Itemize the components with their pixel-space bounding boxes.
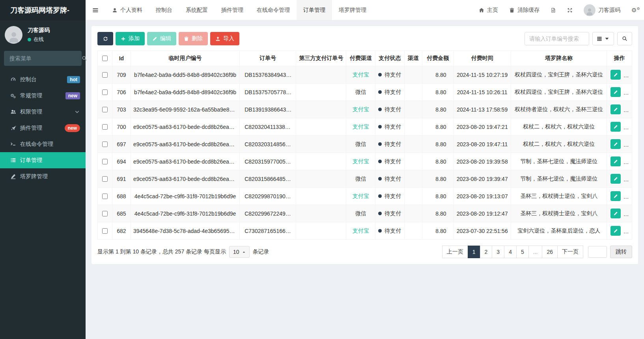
page-button[interactable]: 5 xyxy=(516,246,529,258)
row-select-cell xyxy=(98,205,112,222)
row-edit-button[interactable] xyxy=(610,226,621,236)
row-checkbox[interactable] xyxy=(102,159,108,164)
topbar-nav-item-7[interactable]: 塔罗牌管理 xyxy=(332,0,373,20)
pencil-icon xyxy=(613,211,618,216)
select-all-checkbox[interactable] xyxy=(102,56,108,61)
order-id-cell: 685 xyxy=(112,205,131,222)
row-checkbox[interactable] xyxy=(102,176,108,182)
row-edit-button[interactable] xyxy=(610,87,621,97)
row-edit-button[interactable] xyxy=(610,191,621,201)
pay-status-label: 待支付 xyxy=(385,71,401,78)
online-dot-icon xyxy=(28,38,31,41)
channel-cell xyxy=(404,66,422,84)
row-checkbox[interactable] xyxy=(102,72,108,78)
sidebar-item-7[interactable]: 塔罗牌管理 xyxy=(0,168,86,184)
trash-icon xyxy=(509,7,515,13)
row-checkbox[interactable] xyxy=(102,211,108,216)
row-checkbox[interactable] xyxy=(102,228,108,234)
sidebar-search-input[interactable] xyxy=(9,55,82,62)
page-button[interactable]: 26 xyxy=(542,246,558,258)
topbar-nav-item-1[interactable]: 个人资料 xyxy=(105,0,149,20)
search-icon[interactable] xyxy=(82,56,87,61)
row-edit-button[interactable] xyxy=(610,156,621,166)
pay-time-cell: 2024-11-15 10:26:11 xyxy=(454,84,511,101)
sidebar-item-5[interactable]: 在线命令管理 xyxy=(0,136,86,152)
user-no-cell: e9ce0575-aa63-6170-bede-dcd8b26eaaca xyxy=(131,153,239,170)
search-button[interactable] xyxy=(617,32,632,45)
topbar-nav-item-6[interactable]: 订单管理 xyxy=(297,0,332,20)
topbar-nav-item-2[interactable]: 控制台 xyxy=(149,0,179,20)
actions-cell xyxy=(607,205,632,222)
row-edit-button[interactable] xyxy=(610,70,621,80)
row-edit-button[interactable] xyxy=(610,122,621,132)
refresh-icon xyxy=(103,36,108,41)
pay-status-label: 待支付 xyxy=(385,158,401,164)
language-button[interactable] xyxy=(545,0,562,20)
order-id-cell: 694 xyxy=(112,153,131,170)
edit-button[interactable]: 编辑 xyxy=(147,32,176,45)
row-checkbox[interactable] xyxy=(102,107,108,112)
topbar-nav-item-3[interactable]: 系统配置 xyxy=(179,0,215,20)
search-icon xyxy=(622,36,627,41)
columns-dropdown-button[interactable] xyxy=(592,32,614,45)
user-no-cell: 4e4c5cad-72be-c9f6-31f8-7012b19b6d9e xyxy=(131,205,239,222)
order-search-input[interactable] xyxy=(525,32,589,45)
row-edit-button[interactable] xyxy=(610,104,621,114)
amount-cell: 8.80 xyxy=(422,170,454,188)
order-id-cell: 709 xyxy=(112,66,131,84)
pay-channel-label: 微信 xyxy=(355,175,366,182)
pay-time-cell: 2023-08-20 19:39:58 xyxy=(454,153,511,170)
import-button[interactable]: 导入 xyxy=(210,32,239,45)
page-button[interactable]: 下一页 xyxy=(557,246,583,258)
topbar-nav-label: 系统配置 xyxy=(186,7,208,14)
page-button[interactable]: 4 xyxy=(504,246,517,258)
actions-cell xyxy=(607,188,632,205)
row-select-cell xyxy=(98,84,112,101)
delete-button[interactable]: 删除 xyxy=(179,32,208,45)
row-edit-button[interactable] xyxy=(610,174,621,184)
topbar-nav-item-4[interactable]: 插件管理 xyxy=(215,0,250,20)
account-menu[interactable]: 刀客源码 xyxy=(578,0,626,20)
jump-button[interactable]: 跳转 xyxy=(610,246,632,258)
order-no-cell: C820320411338203 xyxy=(240,118,296,136)
page-button[interactable]: 1 xyxy=(468,246,480,258)
page-button[interactable]: 上一页 xyxy=(442,246,468,258)
chevron-down-icon xyxy=(74,109,80,115)
app-logo: 刀客源码网塔罗牌- xyxy=(0,0,86,20)
fullscreen-button[interactable] xyxy=(562,0,578,20)
topbar-nav-item-5[interactable]: 在线命令管理 xyxy=(250,0,297,20)
row-edit-button[interactable] xyxy=(610,139,621,149)
sidebar-item-1[interactable]: 控制台hot xyxy=(0,71,86,88)
sidebar-item-4[interactable]: 插件管理new xyxy=(0,120,86,136)
row-edit-button[interactable] xyxy=(610,209,621,218)
pay-channel-cell: 支付宝 xyxy=(346,118,375,136)
refresh-button[interactable] xyxy=(97,32,113,45)
settings-button[interactable]: ⚙⚙ xyxy=(626,0,644,20)
page-button[interactable]: 2 xyxy=(480,246,493,258)
pagination-summary: 显示第 1 到第 10 条记录，总共 257 条记录 每页显示 xyxy=(97,248,226,255)
row-checkbox[interactable] xyxy=(102,142,108,147)
sidebar-item-2[interactable]: ⚙⚙常规管理new xyxy=(0,88,86,104)
user-no-cell: 3945648e-7d38-5c78-adad-4e3b65695d74 xyxy=(131,222,239,240)
column-header: 订单号 xyxy=(240,51,296,66)
pay-time-cell: 2023-07-30 22:51:56 xyxy=(454,222,511,240)
row-checkbox[interactable] xyxy=(102,124,108,130)
row-checkbox[interactable] xyxy=(102,89,108,95)
table-row: 6823945648e-7d38-5c78-adad-4e3b65695d74C… xyxy=(98,222,632,240)
topbar-nav-label: 个人资料 xyxy=(120,7,142,14)
add-button[interactable]: 添加 xyxy=(116,32,145,45)
tarot-name-cell: 圣杯三，权杖骑士逆位，宝剑八 xyxy=(511,188,607,205)
clear-cache-link[interactable]: 清除缓存 xyxy=(504,0,545,20)
status-dot-icon xyxy=(378,73,382,76)
sidebar: 刀客源码网塔罗牌- 刀客源码 在线 控制台hot⚙⚙常规管理new权限管理插件管… xyxy=(0,0,86,339)
row-checkbox[interactable] xyxy=(102,194,108,199)
per-page-dropdown[interactable]: 10 xyxy=(229,246,250,258)
sidebar-item-3[interactable]: 权限管理 xyxy=(0,104,86,120)
column-header: 操作 xyxy=(607,51,632,66)
sidebar-toggle-button[interactable] xyxy=(86,0,105,20)
jump-page-input[interactable] xyxy=(588,246,607,258)
sidebar-item-6[interactable]: 订单管理 xyxy=(0,152,86,168)
pencil-icon xyxy=(613,177,618,181)
page-button[interactable]: 3 xyxy=(492,246,504,258)
home-link[interactable]: 主页 xyxy=(473,0,504,20)
